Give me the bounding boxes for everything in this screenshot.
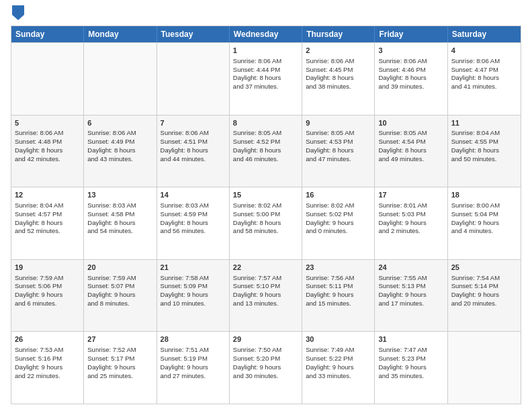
- empty-cell-4-6: [448, 332, 521, 404]
- day-number: 6: [87, 118, 152, 128]
- calendar-body: 1Sunrise: 8:06 AMSunset: 4:44 PMDaylight…: [11, 42, 521, 404]
- day-number: 25: [451, 263, 517, 273]
- day-info-line: Sunrise: 8:05 AM: [378, 129, 443, 138]
- day-info-line: Daylight: 8 hours: [233, 219, 298, 228]
- day-info-line: Daylight: 8 hours: [161, 146, 226, 155]
- calendar-row-4: 26Sunrise: 7:53 AMSunset: 5:16 PMDayligh…: [11, 331, 521, 404]
- day-info-line: Sunrise: 7:49 AM: [306, 346, 371, 355]
- day-info-line: Sunset: 4:49 PM: [87, 138, 152, 146]
- day-cell-13: 13Sunrise: 8:03 AMSunset: 4:58 PMDayligh…: [84, 187, 157, 259]
- day-info-line: Sunrise: 8:06 AM: [306, 57, 371, 66]
- day-number: 30: [306, 334, 371, 345]
- day-number: 23: [306, 263, 371, 273]
- day-info-line: Sunrise: 8:04 AM: [15, 201, 80, 210]
- day-cell-27: 27Sunrise: 7:52 AMSunset: 5:17 PMDayligh…: [84, 332, 157, 404]
- day-info-line: and 41 minutes.: [451, 83, 517, 91]
- day-info-line: Sunset: 4:44 PM: [233, 66, 298, 75]
- day-number: 5: [15, 118, 80, 128]
- day-info-line: Daylight: 9 hours: [378, 219, 443, 228]
- day-cell-22: 22Sunrise: 7:57 AMSunset: 5:10 PMDayligh…: [230, 260, 302, 332]
- day-cell-29: 29Sunrise: 7:50 AMSunset: 5:20 PMDayligh…: [230, 332, 302, 404]
- day-info-line: Daylight: 8 hours: [378, 146, 443, 155]
- day-info-line: Sunrise: 7:53 AM: [15, 346, 80, 355]
- day-info-line: Sunrise: 7:52 AM: [87, 346, 152, 355]
- header-cell-thursday: Thursday: [302, 26, 375, 42]
- header-cell-friday: Friday: [375, 26, 447, 42]
- logo: [11, 8, 24, 20]
- day-info-line: Sunrise: 7:59 AM: [87, 274, 152, 283]
- day-info-line: Sunrise: 8:06 AM: [161, 129, 226, 138]
- day-info-line: Sunset: 5:10 PM: [233, 282, 298, 291]
- day-number: 1: [233, 46, 298, 56]
- day-info-line: Sunset: 4:53 PM: [306, 138, 371, 146]
- header-cell-sunday: Sunday: [11, 26, 84, 42]
- day-info-line: Daylight: 8 hours: [451, 146, 517, 155]
- day-info-line: Sunrise: 8:06 AM: [233, 57, 298, 66]
- day-info-line: and 6 minutes.: [15, 300, 80, 308]
- day-info-line: Daylight: 9 hours: [451, 291, 517, 300]
- day-info-line: Sunrise: 7:47 AM: [378, 346, 443, 355]
- day-number: 21: [161, 263, 226, 273]
- day-info-line: Daylight: 9 hours: [161, 291, 226, 300]
- day-info-line: and 49 minutes.: [378, 155, 443, 164]
- day-info-line: Daylight: 8 hours: [378, 74, 443, 83]
- day-number: 19: [15, 263, 80, 273]
- day-info-line: Daylight: 8 hours: [87, 146, 152, 155]
- day-number: 29: [233, 334, 298, 345]
- day-cell-1: 1Sunrise: 8:06 AMSunset: 4:44 PMDaylight…: [230, 43, 302, 115]
- day-info-line: and 15 minutes.: [306, 300, 371, 308]
- day-info-line: and 52 minutes.: [15, 227, 80, 236]
- day-info-line: Sunset: 5:16 PM: [15, 355, 80, 363]
- day-info-line: Sunset: 4:45 PM: [306, 66, 371, 75]
- day-info-line: Sunrise: 8:05 AM: [233, 129, 298, 138]
- day-number: 10: [378, 118, 443, 128]
- day-info-line: Daylight: 8 hours: [306, 146, 371, 155]
- day-info-line: Sunrise: 8:05 AM: [306, 129, 371, 138]
- day-info-line: and 22 minutes.: [15, 372, 80, 381]
- empty-cell-0-1: [84, 43, 157, 115]
- day-info-line: Daylight: 8 hours: [451, 74, 517, 83]
- logo-text: [11, 8, 24, 20]
- day-info-line: and 30 minutes.: [233, 372, 298, 381]
- day-info-line: Daylight: 9 hours: [15, 363, 80, 372]
- day-info-line: Sunrise: 8:06 AM: [15, 129, 80, 138]
- day-info-line: and 8 minutes.: [87, 300, 152, 308]
- day-info-line: and 50 minutes.: [451, 155, 517, 164]
- day-info-line: Sunset: 5:17 PM: [87, 355, 152, 363]
- day-info-line: and 25 minutes.: [87, 372, 152, 381]
- empty-cell-0-2: [157, 43, 230, 115]
- day-number: 2: [306, 46, 371, 56]
- day-info-line: Sunset: 4:55 PM: [451, 138, 517, 146]
- day-info-line: Sunrise: 7:51 AM: [161, 346, 226, 355]
- day-info-line: and 43 minutes.: [87, 155, 152, 164]
- day-info-line: Sunset: 4:54 PM: [378, 138, 443, 146]
- day-info-line: Sunset: 5:02 PM: [306, 210, 371, 219]
- calendar-header: SundayMondayTuesdayWednesdayThursdayFrid…: [11, 26, 521, 42]
- day-info-line: Sunset: 4:47 PM: [451, 66, 517, 75]
- day-number: 7: [161, 118, 226, 128]
- day-info-line: and 56 minutes.: [161, 227, 226, 236]
- day-cell-19: 19Sunrise: 7:59 AMSunset: 5:06 PMDayligh…: [11, 260, 84, 332]
- day-cell-2: 2Sunrise: 8:06 AMSunset: 4:45 PMDaylight…: [302, 43, 375, 115]
- day-cell-30: 30Sunrise: 7:49 AMSunset: 5:22 PMDayligh…: [302, 332, 375, 404]
- day-info-line: Sunset: 4:46 PM: [378, 66, 443, 75]
- day-info-line: and 58 minutes.: [233, 227, 298, 236]
- day-cell-14: 14Sunrise: 8:03 AMSunset: 4:59 PMDayligh…: [157, 187, 230, 259]
- day-info-line: Sunset: 4:58 PM: [87, 210, 152, 219]
- day-info-line: Sunset: 4:52 PM: [233, 138, 298, 146]
- day-cell-9: 9Sunrise: 8:05 AMSunset: 4:53 PMDaylight…: [302, 116, 375, 187]
- day-info-line: Sunset: 5:06 PM: [15, 282, 80, 291]
- day-info-line: Daylight: 8 hours: [161, 219, 226, 228]
- day-number: 9: [306, 118, 371, 128]
- day-info-line: and 17 minutes.: [378, 300, 443, 308]
- day-info-line: Sunrise: 8:03 AM: [87, 201, 152, 210]
- day-info-line: Sunset: 5:19 PM: [161, 355, 226, 363]
- day-info-line: Sunset: 5:11 PM: [306, 282, 371, 291]
- day-cell-20: 20Sunrise: 7:59 AMSunset: 5:07 PMDayligh…: [84, 260, 157, 332]
- day-number: 3: [378, 46, 443, 56]
- day-info-line: Sunrise: 8:06 AM: [378, 57, 443, 66]
- day-cell-10: 10Sunrise: 8:05 AMSunset: 4:54 PMDayligh…: [375, 116, 447, 187]
- day-number: 31: [378, 334, 443, 345]
- day-info-line: Daylight: 9 hours: [161, 363, 226, 372]
- day-number: 28: [161, 334, 226, 345]
